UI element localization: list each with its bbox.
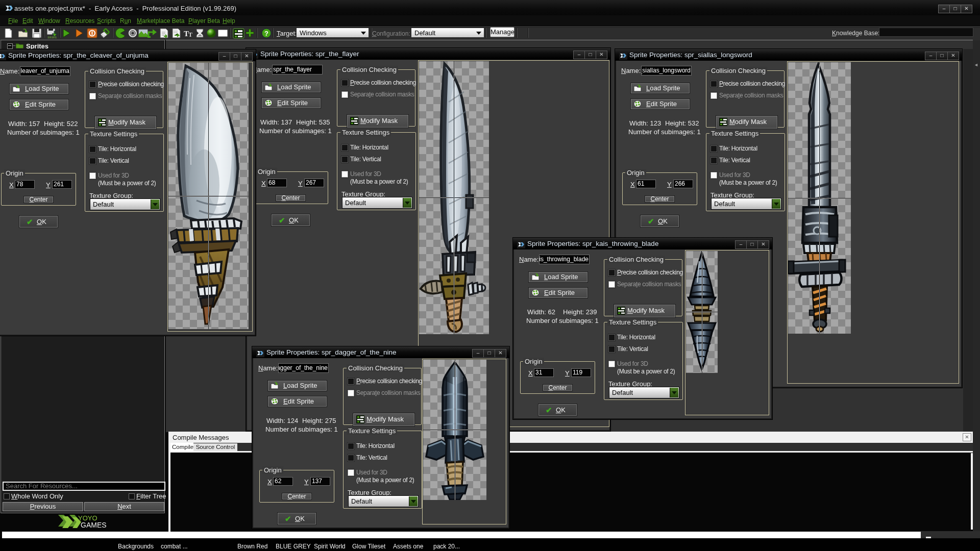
svg-text:10101: 10101 [47,36,57,39]
svg-text:T: T [188,31,192,38]
svg-text:?: ? [264,30,268,37]
svg-text:GAMES: GAMES [81,521,107,529]
